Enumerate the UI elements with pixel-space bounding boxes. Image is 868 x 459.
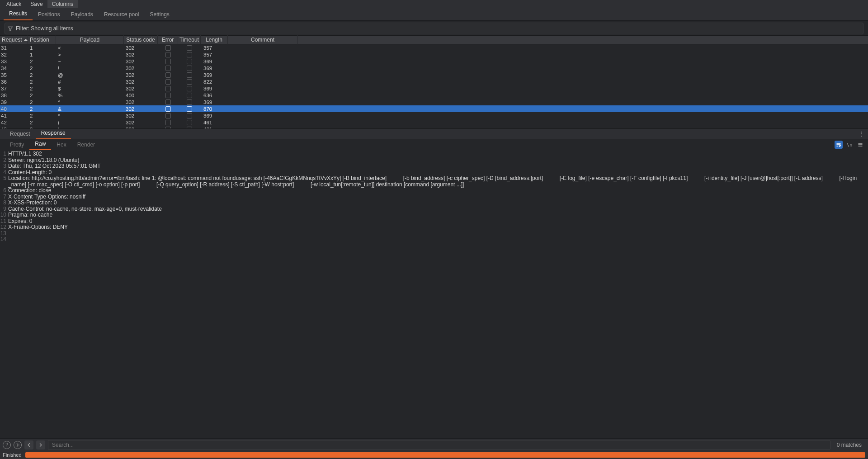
filter-bar[interactable]: Filter: Showing all items xyxy=(5,23,863,34)
response-line xyxy=(8,237,17,243)
line-number: 8 xyxy=(0,200,8,206)
error-checkbox[interactable] xyxy=(165,79,171,85)
hamburger-icon[interactable] xyxy=(856,141,864,149)
line-number: 13 xyxy=(0,231,8,237)
tab-positions[interactable]: Positions xyxy=(33,9,66,20)
prev-match-button[interactable] xyxy=(24,440,33,450)
view-tab-render[interactable]: Render xyxy=(72,139,100,150)
line-number: 9 xyxy=(0,206,8,213)
table-row[interactable]: 311<302357 xyxy=(0,44,868,51)
table-row[interactable]: 321>302357 xyxy=(0,51,868,58)
timeout-checkbox[interactable] xyxy=(187,86,192,91)
error-checkbox[interactable] xyxy=(165,106,171,112)
error-checkbox[interactable] xyxy=(165,72,171,78)
message-tabs: RequestResponse⋮ xyxy=(0,128,868,139)
table-row[interactable]: 372$302369 xyxy=(0,85,868,92)
wrap-lines-icon[interactable] xyxy=(835,141,843,149)
line-number: 4 xyxy=(0,170,8,176)
tab-payloads[interactable]: Payloads xyxy=(66,9,99,20)
error-checkbox[interactable] xyxy=(165,120,171,125)
menubar: AttackSaveColumns xyxy=(0,0,868,8)
table-row[interactable]: 362#302822 xyxy=(0,78,868,85)
results-table: Request Position Payload Status code Err… xyxy=(0,35,868,128)
msg-tab-request[interactable]: Request xyxy=(5,128,36,139)
col-position[interactable]: Position xyxy=(28,35,56,44)
menu-attack[interactable]: Attack xyxy=(2,0,26,8)
timeout-checkbox[interactable] xyxy=(187,66,192,71)
col-comment[interactable]: Comment xyxy=(228,35,298,44)
timeout-checkbox[interactable] xyxy=(187,52,192,57)
response-editor[interactable]: 1HTTP/1.1 302 2Server: nginx/1.18.0 (Ubu… xyxy=(0,150,868,438)
line-number: 10 xyxy=(0,212,8,218)
timeout-checkbox[interactable] xyxy=(187,59,192,64)
table-row[interactable]: 342!302369 xyxy=(0,65,868,71)
error-checkbox[interactable] xyxy=(165,45,171,51)
timeout-checkbox[interactable] xyxy=(187,99,192,105)
response-line: Pragma: no-cache xyxy=(8,212,61,218)
table-row[interactable]: 412*302369 xyxy=(0,112,868,119)
table-header[interactable]: Request Position Payload Status code Err… xyxy=(0,35,868,44)
tab-results[interactable]: Results xyxy=(4,8,33,20)
timeout-checkbox[interactable] xyxy=(187,45,192,51)
progress-bar xyxy=(25,452,865,458)
timeout-checkbox[interactable] xyxy=(187,106,192,112)
next-match-button[interactable] xyxy=(36,440,45,450)
response-line: Date: Thu, 12 Oct 2023 05:57:01 GMT xyxy=(8,163,110,170)
menu-save[interactable]: Save xyxy=(26,0,47,8)
tab-resource-pool[interactable]: Resource pool xyxy=(99,9,144,20)
timeout-checkbox[interactable] xyxy=(187,93,192,98)
error-checkbox[interactable] xyxy=(165,86,171,91)
line-number: 7 xyxy=(0,194,8,200)
search-input[interactable] xyxy=(48,440,830,450)
menu-columns[interactable]: Columns xyxy=(47,0,78,8)
more-icon[interactable]: ⋮ xyxy=(859,131,864,137)
col-error[interactable]: Error xyxy=(158,35,178,44)
response-line: Content-Length: 0 xyxy=(8,170,61,176)
view-tabs: PrettyRawHexRender \n xyxy=(0,139,868,150)
error-checkbox[interactable] xyxy=(165,99,171,105)
error-checkbox[interactable] xyxy=(165,52,171,57)
error-checkbox[interactable] xyxy=(165,93,171,98)
response-line: HTTP/1.1 302 xyxy=(8,151,52,157)
timeout-checkbox[interactable] xyxy=(187,79,192,85)
timeout-checkbox[interactable] xyxy=(187,113,192,118)
table-body[interactable]: 311<302357321>302357332~302369342!302369… xyxy=(0,44,868,128)
line-number: 2 xyxy=(0,157,8,164)
match-count: 0 matches xyxy=(833,442,865,448)
response-line xyxy=(8,231,17,237)
main-tabs: ResultsPositionsPayloadsResource poolSet… xyxy=(0,8,868,21)
error-checkbox[interactable] xyxy=(165,59,171,64)
timeout-checkbox[interactable] xyxy=(187,72,192,78)
table-row[interactable]: 422(302461 xyxy=(0,119,868,126)
line-number: 6 xyxy=(0,188,8,194)
table-row[interactable]: 332~302369 xyxy=(0,58,868,65)
col-timeout[interactable]: Timeout xyxy=(178,35,201,44)
view-tab-pretty[interactable]: Pretty xyxy=(5,139,29,150)
response-line: Cache-Control: no-cache, no-store, max-a… xyxy=(8,206,171,213)
msg-tab-response[interactable]: Response xyxy=(36,128,71,139)
line-number: 5 xyxy=(0,175,8,188)
line-number: 14 xyxy=(0,237,8,243)
view-tab-raw[interactable]: Raw xyxy=(29,138,51,150)
error-checkbox[interactable] xyxy=(165,113,171,118)
col-payload[interactable]: Payload xyxy=(56,35,124,44)
response-line: Expires: 0 xyxy=(8,218,41,225)
timeout-checkbox[interactable] xyxy=(187,120,192,125)
svg-point-0 xyxy=(17,444,18,445)
tab-settings[interactable]: Settings xyxy=(144,9,175,20)
show-newlines-icon[interactable]: \n xyxy=(845,141,854,149)
response-line: X-XSS-Protection: 0 xyxy=(8,200,66,206)
settings-icon[interactable] xyxy=(14,441,22,449)
table-row[interactable]: 352@302369 xyxy=(0,71,868,78)
line-number: 12 xyxy=(0,224,8,231)
table-row[interactable]: 382%400636 xyxy=(0,92,868,99)
help-icon[interactable]: ? xyxy=(3,441,11,449)
col-status-code[interactable]: Status code xyxy=(124,35,158,44)
col-length[interactable]: Length xyxy=(201,35,228,44)
view-tab-hex[interactable]: Hex xyxy=(51,139,71,150)
filter-icon xyxy=(8,26,13,31)
table-row[interactable]: 392^302369 xyxy=(0,99,868,105)
table-row[interactable]: 402&302870 xyxy=(0,105,868,112)
col-request[interactable]: Request xyxy=(0,35,28,44)
error-checkbox[interactable] xyxy=(165,66,171,71)
